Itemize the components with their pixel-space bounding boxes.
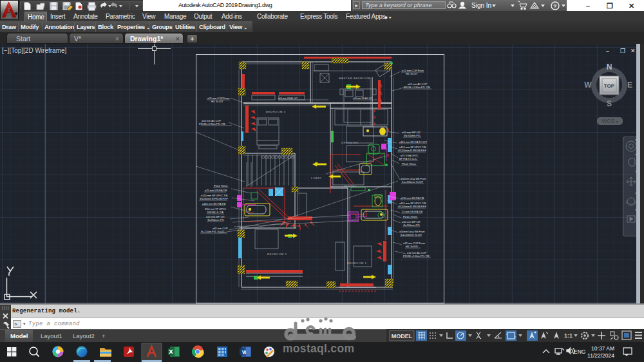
- svg-text:Φ=700mm FTL: Φ=700mm FTL: [207, 218, 225, 222]
- svg-text:ø16 mm VS A/L U/T: ø16 mm VS A/L U/T: [353, 97, 372, 100]
- svg-text:75 mm VS F/A T/B: 75 mm VS F/A T/B: [402, 210, 423, 213]
- svg-text:FROM +2.90m FTL T/B: FROM +2.90m FTL T/B: [404, 86, 430, 89]
- svg-text:S: S: [607, 99, 612, 108]
- svg-text:1:1: 1:1: [564, 332, 573, 339]
- svg-text:FROM +2.90m FTL T/B: FROM +2.90m FTL T/B: [199, 122, 225, 126]
- svg-text:11/22/2024: 11/22/2024: [587, 352, 614, 359]
- svg-text:LOBBY: LOBBY: [311, 176, 322, 180]
- svg-text:PD=1 75mm: PD=1 75mm: [403, 215, 417, 218]
- svg-text:Φ+2.50m FTL To U/T: Φ+2.50m FTL To U/T: [201, 230, 225, 233]
- svg-text:TOP: TOP: [604, 83, 615, 89]
- svg-text:Φ1100mm R FROM F.F.F: Φ1100mm R FROM F.F.F: [200, 197, 229, 200]
- svg-text:ENG: ENG: [574, 348, 585, 355]
- svg-text:BP F/A TO LL/C: BP F/A TO LL/C: [399, 157, 417, 160]
- svg-text:H/L To R/S: H/L To R/S: [406, 245, 418, 248]
- svg-text:MODEL: MODEL: [392, 333, 413, 339]
- svg-text:IL=+550mm To U/T: IL=+550mm To U/T: [402, 180, 424, 184]
- svg-text:Φ1100mm R FROM F.F.F: Φ1100mm R FROM F.F.F: [398, 149, 427, 152]
- svg-text:PANTRY: PANTRY: [344, 185, 357, 188]
- svg-text:Φ=700mm FTL: Φ=700mm FTL: [404, 134, 421, 137]
- svg-text:H/L To U/T: H/L To U/T: [211, 100, 223, 103]
- svg-text:ø75 mm VS F/A T/B: ø75 mm VS F/A T/B: [205, 189, 227, 192]
- svg-text:ø110 mm SS F/A TO U/T: ø110 mm SS F/A TO U/T: [399, 140, 428, 144]
- svg-text:PD=1 75mm: PD=1 75mm: [402, 162, 416, 166]
- svg-text:Φ=700mm FTL: Φ=700mm FTL: [403, 224, 421, 227]
- svg-text:10:37 AM: 10:37 AM: [591, 345, 614, 352]
- svg-text:H/L To U/T: H/L To U/T: [406, 72, 418, 75]
- svg-text:ø110 mm SS F/A T/B: ø110 mm SS F/A T/B: [202, 202, 226, 205]
- svg-text:N: N: [607, 62, 612, 71]
- svg-text:Φ1100mm R FROM F.F.F: Φ1100mm R FROM F.F.F: [398, 205, 427, 208]
- svg-text:FROM +2.50m FTL T/B: FROM +2.50m FTL T/B: [403, 254, 430, 258]
- svg-text:W: W: [584, 81, 592, 90]
- svg-text:ø110 mm SS F/A T/B: ø110 mm SS F/A T/B: [401, 196, 424, 200]
- svg-text:ø16 mm VS A/L U/T: ø16 mm VS A/L U/T: [278, 97, 298, 100]
- svg-text:BEDROOM 2: BEDROOM 2: [267, 252, 287, 256]
- svg-text:FD=1 75mm: FD=1 75mm: [214, 184, 228, 187]
- svg-text:DRESSING: DRESSING: [341, 141, 359, 144]
- svg-text:IL=+550mm To U/T: IL=+550mm To U/T: [401, 233, 422, 236]
- svg-text:V.S -19: V.S -19: [290, 224, 299, 227]
- svg-text:E: E: [627, 81, 632, 90]
- svg-text:?: ?: [553, 3, 557, 10]
- svg-text:FROM L/L T/A: FROM L/L T/A: [207, 211, 223, 214]
- svg-text:MASTER BEDROOM: MASTER BEDROOM: [339, 77, 370, 80]
- svg-text:BEDROOM 3: BEDROOM 3: [266, 110, 286, 113]
- svg-text:BEDROOM 1: BEDROOM 1: [347, 262, 367, 265]
